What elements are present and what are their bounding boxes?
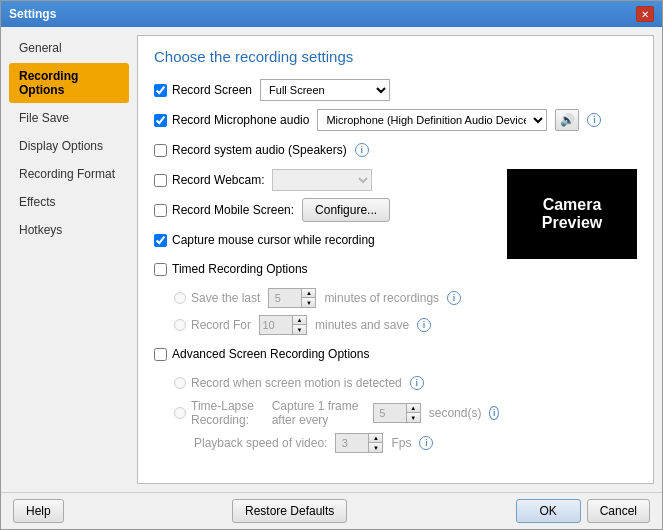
motion-radio-label[interactable]: Record when screen motion is detected (174, 376, 402, 390)
screen-select[interactable]: Full Screen (260, 79, 390, 101)
main-panel: Choose the recording settings Record Scr… (137, 35, 654, 484)
record-mobile-checkbox[interactable] (154, 204, 167, 217)
sidebar-item-recording-format[interactable]: Recording Format (9, 161, 129, 187)
record-system-label[interactable]: Record system audio (Speakers) (154, 143, 347, 157)
save-last-info-icon[interactable]: i (447, 291, 461, 305)
sidebar-item-display-options[interactable]: Display Options (9, 133, 129, 159)
capture-mouse-checkbox[interactable] (154, 234, 167, 247)
advanced-section-row: Advanced Screen Recording Options (154, 343, 499, 365)
record-webcam-checkbox[interactable] (154, 174, 167, 187)
playback-input[interactable] (336, 434, 368, 452)
playback-up[interactable]: ▲ (368, 434, 382, 443)
record-mobile-row: Record Mobile Screen: Configure... (154, 198, 499, 222)
record-mic-checkbox[interactable] (154, 114, 167, 127)
save-last-row: Save the last ▲ ▼ minutes of recordings (174, 287, 499, 309)
timelapse-up[interactable]: ▲ (406, 404, 420, 413)
title-bar: Settings ✕ (1, 1, 662, 27)
timed-options: Save the last ▲ ▼ minutes of recordings (154, 287, 499, 336)
record-system-row: Record system audio (Speakers) i (154, 139, 637, 161)
motion-info-icon[interactable]: i (410, 376, 424, 390)
save-last-radio[interactable] (174, 292, 186, 304)
save-last-spinner: ▲ ▼ (268, 288, 316, 308)
save-last-input[interactable] (269, 289, 301, 307)
timelapse-spinner: ▲ ▼ (373, 403, 421, 423)
record-screen-label[interactable]: Record Screen (154, 83, 252, 97)
sidebar-item-effects[interactable]: Effects (9, 189, 129, 215)
record-for-radio-label[interactable]: Record For (174, 318, 251, 332)
playback-info-icon[interactable]: i (419, 436, 433, 450)
timelapse-down[interactable]: ▼ (406, 413, 420, 422)
playback-label: Playback speed of video: (194, 436, 327, 450)
mic-select[interactable]: Microphone (High Definition Audio Device… (317, 109, 547, 131)
timed-section-checkbox[interactable] (154, 263, 167, 276)
timelapse-info-icon[interactable]: i (489, 406, 499, 420)
record-for-row: Record For ▲ ▼ minutes and save i (174, 314, 499, 336)
webcam-select[interactable] (272, 169, 372, 191)
seconds-label: second(s) (429, 406, 482, 420)
motion-radio[interactable] (174, 377, 186, 389)
capture-mouse-row: Capture mouse cursor while recording (154, 229, 499, 251)
system-audio-info-icon[interactable]: i (355, 143, 369, 157)
timed-section-label[interactable]: Timed Recording Options (154, 262, 308, 276)
sidebar-item-general[interactable]: General (9, 35, 129, 61)
record-for-input[interactable] (260, 316, 292, 334)
timed-section-row: Timed Recording Options (154, 258, 499, 280)
sidebar-item-recording-options[interactable]: Recording Options (9, 63, 129, 103)
save-last-radio-label[interactable]: Save the last (174, 291, 260, 305)
restore-defaults-button[interactable]: Restore Defaults (232, 499, 347, 523)
record-system-checkbox[interactable] (154, 144, 167, 157)
playback-spinner: ▲ ▼ (335, 433, 383, 453)
record-for-spinner: ▲ ▼ (259, 315, 307, 335)
record-webcam-label[interactable]: Record Webcam: (154, 173, 264, 187)
footer-right: OK Cancel (516, 499, 650, 523)
save-last-up[interactable]: ▲ (301, 289, 315, 298)
advanced-section-checkbox[interactable] (154, 348, 167, 361)
timelapse-radio[interactable] (174, 407, 186, 419)
fps-label: Fps (391, 436, 411, 450)
record-screen-row: Record Screen Full Screen (154, 79, 637, 101)
timelapse-radio-label[interactable]: Time-Lapse Recording: (174, 399, 264, 427)
sidebar: General Recording Options File Save Disp… (9, 35, 129, 484)
minutes-of-recordings-label: minutes of recordings (324, 291, 439, 305)
row-with-preview: Record Webcam: Record Mobile Screen: Con… (154, 169, 637, 454)
record-mic-label[interactable]: Record Microphone audio (154, 113, 309, 127)
record-for-up[interactable]: ▲ (292, 316, 306, 325)
record-for-info-icon[interactable]: i (417, 318, 431, 332)
close-button[interactable]: ✕ (636, 6, 654, 22)
playback-down[interactable]: ▼ (368, 443, 382, 452)
settings-window: Settings ✕ General Recording Options Fil… (0, 0, 663, 530)
record-mobile-label[interactable]: Record Mobile Screen: (154, 203, 294, 217)
camera-preview: CameraPreview (507, 169, 637, 259)
record-webcam-row: Record Webcam: (154, 169, 499, 191)
sidebar-item-hotkeys[interactable]: Hotkeys (9, 217, 129, 243)
advanced-section-label[interactable]: Advanced Screen Recording Options (154, 347, 369, 361)
mic-info-icon[interactable]: i (587, 113, 601, 127)
timelapse-row: Time-Lapse Recording: Capture 1 frame af… (174, 399, 499, 427)
panel-title: Choose the recording settings (154, 48, 637, 65)
help-button[interactable]: Help (13, 499, 64, 523)
content-area: General Recording Options File Save Disp… (1, 27, 662, 492)
advanced-options: Record when screen motion is detected i … (154, 372, 499, 454)
record-screen-checkbox[interactable] (154, 84, 167, 97)
playback-row: Playback speed of video: ▲ ▼ Fps i (174, 432, 499, 454)
capture-mouse-label[interactable]: Capture mouse cursor while recording (154, 233, 375, 247)
window-title: Settings (9, 7, 56, 21)
timelapse-text: Capture 1 frame after every (272, 399, 365, 427)
record-mic-row: Record Microphone audio Microphone (High… (154, 109, 637, 131)
configure-button[interactable]: Configure... (302, 198, 390, 222)
ok-button[interactable]: OK (516, 499, 581, 523)
footer: Help Restore Defaults OK Cancel (1, 492, 662, 529)
save-last-down[interactable]: ▼ (301, 298, 315, 307)
motion-row: Record when screen motion is detected i (174, 372, 499, 394)
cancel-button[interactable]: Cancel (587, 499, 650, 523)
left-options: Record Webcam: Record Mobile Screen: Con… (154, 169, 499, 454)
volume-icon[interactable]: 🔊 (555, 109, 579, 131)
record-for-radio[interactable] (174, 319, 186, 331)
record-for-down[interactable]: ▼ (292, 325, 306, 334)
timelapse-input[interactable] (374, 404, 406, 422)
minutes-and-save-label: minutes and save (315, 318, 409, 332)
sidebar-item-file-save[interactable]: File Save (9, 105, 129, 131)
